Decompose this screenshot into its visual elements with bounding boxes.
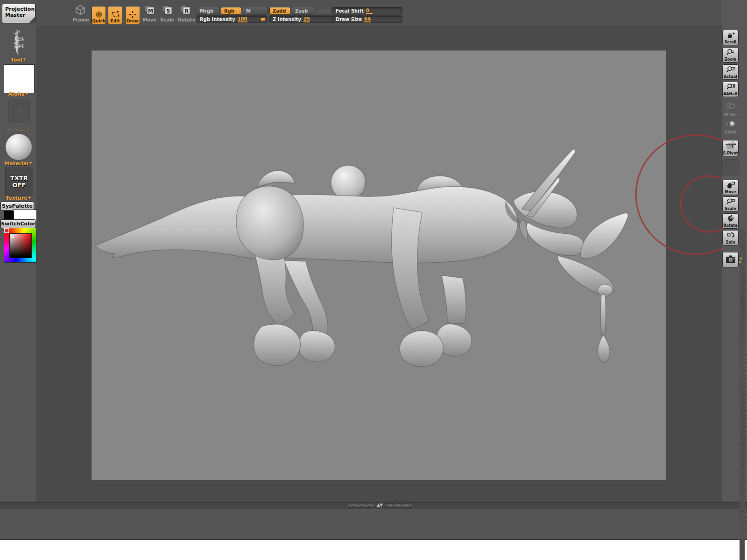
- grid-ptsel-icon: [726, 103, 735, 111]
- tool-thumbnail[interactable]: [4, 28, 34, 57]
- alpha-section-label[interactable]: Alpha▼: [0, 91, 36, 97]
- corner-fold-icon: [29, 17, 35, 23]
- z-intensity-value: 25: [303, 16, 310, 22]
- focal-shift-slider[interactable]: Focal Shift 0: [332, 7, 402, 14]
- scale-tool[interactable]: S Scale: [160, 5, 174, 23]
- quick-button[interactable]: Quick: [92, 6, 106, 24]
- stroke-label-text: Stroke: [7, 127, 26, 133]
- model-dinosaur: [95, 149, 628, 367]
- zcut-button-disabled: Zcut: [316, 7, 334, 14]
- slider-handle-icon[interactable]: [261, 18, 265, 21]
- zoom-button[interactable]: Zoom: [722, 47, 739, 63]
- spivot-button-label: S.Pivot: [723, 151, 738, 155]
- actual-button[interactable]: x1 Actual: [722, 64, 739, 80]
- chevron-down-icon: ▼: [29, 161, 32, 165]
- scale-nav-button[interactable]: Scale: [722, 196, 739, 212]
- spin-button[interactable]: Spin: [722, 230, 739, 245]
- canvas-art[interactable]: [36, 26, 722, 502]
- focal-shift-label: Focal Shift: [336, 8, 364, 14]
- rgb-label: Rgb: [224, 8, 234, 14]
- rgb-intensity-slider[interactable]: Rgb Intensity 100: [197, 15, 268, 23]
- local-button-label: Local: [722, 130, 739, 134]
- zadd-label: Zadd: [273, 8, 286, 14]
- alpha-label-text: Alpha: [8, 91, 25, 97]
- snapshot-button[interactable]: [722, 252, 739, 267]
- magnifier-scale-icon: [726, 197, 736, 207]
- actual-button-label: Actual: [723, 75, 738, 79]
- chevron-down-icon: ▼: [26, 92, 28, 96]
- mrgb-button[interactable]: Mrgb: [197, 7, 219, 14]
- hue-ring-picker[interactable]: [4, 228, 36, 263]
- splitter-arrows-icon[interactable]: ▲▼: [374, 502, 385, 508]
- quick-label: Quick: [92, 19, 105, 24]
- splitter-hatch-left[interactable]: [349, 503, 375, 508]
- material-section-label[interactable]: Material▼: [0, 161, 36, 167]
- switchcolor-label: SwitchColor: [1, 221, 35, 227]
- draw-crosshair-icon: [128, 11, 137, 18]
- chevron-down-icon: ▼: [27, 128, 29, 132]
- spin-arrow-icon: [726, 231, 736, 240]
- svg-text:x1: x1: [731, 67, 735, 70]
- magnifier-aahalf-icon: [726, 83, 735, 92]
- tool-section-label[interactable]: Tool▼: [0, 57, 36, 63]
- spin-button-label: Spin: [723, 240, 738, 245]
- saturation-value-picker[interactable]: [9, 233, 32, 258]
- texture-label-text: Texture: [6, 195, 28, 201]
- stroke-section-label[interactable]: Stroke▼: [0, 127, 36, 133]
- svg-text:M: M: [148, 8, 153, 14]
- scale-tool-label: Scale: [160, 18, 174, 22]
- aahalf-button[interactable]: AAHalf: [722, 82, 739, 97]
- ptsel-button-label: Pt Sel: [722, 113, 739, 117]
- edit-marquee-icon: [111, 11, 120, 18]
- scroll-button[interactable]: Scroll: [722, 30, 739, 45]
- move-nav-button[interactable]: Move: [722, 180, 739, 195]
- magnifier-zoom-icon: [726, 48, 735, 57]
- move-m-icon: M: [144, 5, 155, 15]
- chevron-down-icon: ▼: [23, 58, 26, 62]
- material-label-text: Material: [5, 161, 28, 167]
- switchcolor-button[interactable]: SwitchColor: [0, 219, 36, 228]
- tray-collapse-arrows-icon[interactable]: ◀▶: [739, 257, 742, 264]
- quick-radial-icon: [95, 11, 103, 18]
- move-tool-label: Move: [142, 18, 156, 22]
- spivot-button[interactable]: 3 S.Pivot: [722, 140, 739, 156]
- rgb-button[interactable]: Rgb: [221, 7, 241, 14]
- move-tool[interactable]: M Move: [142, 5, 156, 23]
- projection-master-line1: Projection: [5, 6, 35, 12]
- draw-size-slider[interactable]: Draw Size 64: [332, 15, 402, 23]
- stroke-thumbnail[interactable]: [8, 99, 30, 123]
- syspalette-label: SysPalette: [2, 203, 33, 209]
- stroke-dot-icon: [17, 109, 21, 113]
- hand-move-icon: [726, 181, 736, 190]
- rotate-nav-button[interactable]: Rotate: [722, 213, 739, 229]
- zadd-button[interactable]: Zadd: [269, 7, 290, 14]
- zbrush-window: Projection Master Frame Quick Edi: [0, 0, 747, 560]
- projection-master-button[interactable]: Projection Master: [2, 4, 35, 23]
- m-button[interactable]: M: [243, 7, 268, 14]
- splitter-hatch-right[interactable]: [385, 503, 411, 508]
- material-thumbnail[interactable]: [6, 134, 32, 160]
- alpha-thumbnail[interactable]: [4, 64, 35, 93]
- magnifier-actual-icon: x1: [726, 65, 735, 75]
- svg-text:S: S: [167, 8, 170, 14]
- texture-off-line2: OFF: [13, 182, 26, 189]
- scale-s-icon: S: [162, 5, 172, 15]
- draw-label: Draw: [127, 19, 139, 24]
- empty-slot-button: [722, 159, 740, 175]
- draw-button[interactable]: Draw: [125, 6, 140, 24]
- rotate-tool[interactable]: R Rotate: [178, 5, 193, 23]
- pivot-crosshair-icon: 3: [725, 141, 736, 151]
- zsub-label: Zsub: [295, 8, 308, 14]
- edit-button[interactable]: Edit: [108, 6, 122, 24]
- z-intensity-slider[interactable]: Z Intensity 25: [269, 15, 338, 23]
- zcut-label: Zcut: [318, 8, 330, 14]
- zsub-button[interactable]: Zsub: [292, 7, 314, 14]
- frame-tool[interactable]: Frame: [73, 5, 88, 23]
- satval-marker-icon: [11, 235, 14, 238]
- hue-marker-icon: [5, 229, 8, 232]
- texture-section-label[interactable]: Texture▼: [0, 195, 36, 201]
- right-scrollbar-track[interactable]: [740, 228, 745, 560]
- local-button-disabled: Local: [722, 119, 739, 135]
- red-sketch-circles: [636, 135, 722, 254]
- texture-thumbnail[interactable]: TXTR OFF: [5, 168, 33, 196]
